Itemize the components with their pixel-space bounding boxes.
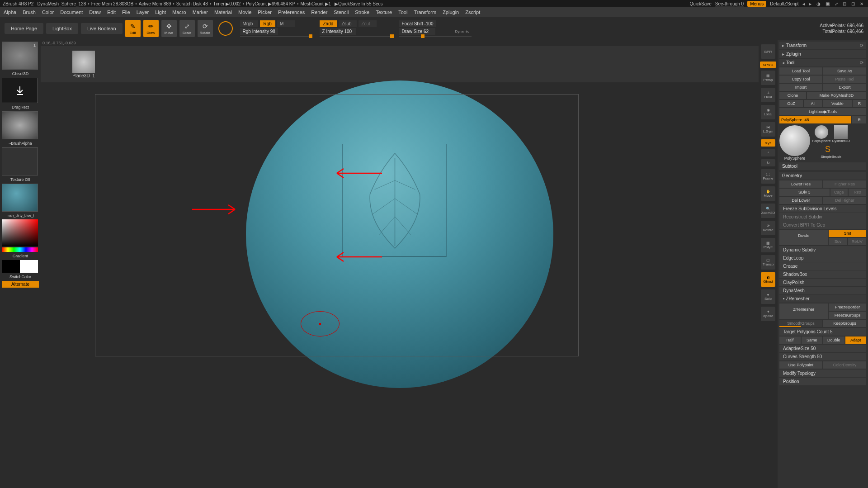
zcut-button[interactable]: Zcut: [359, 20, 377, 27]
load-tool[interactable]: Load Tool: [779, 67, 822, 75]
color-density[interactable]: ColorDensity: [823, 361, 866, 369]
lower-res[interactable]: Lower Res: [779, 180, 822, 188]
zremesher-button[interactable]: ZRemesher: [779, 303, 828, 319]
goz-all[interactable]: All: [804, 100, 822, 107]
menu-tool[interactable]: Tool: [398, 9, 407, 15]
goz-r[interactable]: R: [853, 100, 866, 107]
menu-color[interactable]: Color: [42, 9, 54, 15]
nav-icon2[interactable]: ↻: [761, 159, 775, 166]
rstr[interactable]: Rstr: [849, 189, 866, 196]
rotate-button[interactable]: ⟳Rotate: [761, 221, 775, 235]
spix-button[interactable]: SPix 3: [760, 62, 776, 68]
modify-topology[interactable]: Modify Topology: [779, 370, 866, 377]
menu-draw[interactable]: Draw: [89, 9, 101, 15]
position-section[interactable]: Position: [779, 378, 866, 385]
menus-button[interactable]: Menus: [747, 1, 766, 7]
mrgb-button[interactable]: Mrgb: [240, 20, 258, 27]
menu-marker[interactable]: Marker: [193, 9, 208, 15]
menu-edit[interactable]: Edit: [107, 9, 116, 15]
menu-preferences[interactable]: Preferences: [278, 9, 305, 15]
seethrough-slider[interactable]: See-through 0: [715, 1, 744, 6]
claypolish[interactable]: ClayPolish: [779, 279, 866, 286]
frame-button[interactable]: ⛶Frame: [761, 169, 775, 184]
alternate-button[interactable]: Alternate: [2, 281, 39, 288]
reconstruct-subdiv[interactable]: Reconstruct Subdiv: [779, 213, 866, 221]
move-mode[interactable]: ✥Move: [161, 20, 177, 37]
window-icons[interactable]: ◂ ▸ ◑ ▣ ⤢ ⊟ ⊡ ✕: [802, 1, 865, 6]
menu-brush[interactable]: Brush: [23, 9, 36, 15]
save-as[interactable]: Save As: [823, 67, 866, 75]
tool-simplebrush[interactable]: S: [825, 145, 837, 155]
stroke-thumb[interactable]: [2, 78, 38, 103]
edit-mode[interactable]: ✎Edit: [125, 20, 141, 37]
menu-stencil[interactable]: Stencil: [334, 9, 349, 15]
draw-mode[interactable]: ✏Draw: [143, 20, 159, 37]
menu-movie[interactable]: Movie: [238, 9, 251, 15]
zremesher-section[interactable]: • ZRemesher: [779, 295, 866, 303]
menu-zplugin[interactable]: Zplugin: [443, 9, 459, 15]
paste-tool[interactable]: Paste Tool: [823, 76, 866, 83]
menu-transform[interactable]: Transform: [414, 9, 436, 15]
menu-layer[interactable]: Layer: [137, 9, 149, 15]
menu-texture[interactable]: Texture: [376, 9, 392, 15]
subtool-header[interactable]: Subtool: [779, 162, 866, 170]
smoothgroups[interactable]: SmoothGroups: [779, 320, 822, 327]
curves-strength[interactable]: Curves Strength 50: [779, 353, 866, 360]
copy-tool[interactable]: Copy Tool: [779, 76, 822, 83]
freezeborder[interactable]: FreezeBorder: [829, 303, 866, 311]
lightbox-button[interactable]: LightBox: [46, 23, 78, 34]
reuv-button[interactable]: ReUV: [848, 238, 866, 245]
menu-macro[interactable]: Macro: [172, 9, 186, 15]
rotate-mode[interactable]: ⟳Rotate: [198, 20, 213, 37]
menu-stroke[interactable]: Stroke: [355, 9, 369, 15]
dynamic-subdiv[interactable]: Dynamic Subdiv: [779, 246, 866, 254]
color-picker[interactable]: [2, 219, 38, 246]
zadd-button[interactable]: Zadd: [320, 20, 337, 27]
default-zscript[interactable]: DefaultZScript: [770, 1, 798, 6]
edgeloop[interactable]: EdgeLoop: [779, 254, 866, 262]
double-button[interactable]: Double: [823, 336, 844, 344]
sdiv-slider[interactable]: SDiv 3: [779, 189, 830, 196]
higher-res[interactable]: Higher Res: [823, 180, 866, 188]
m-button[interactable]: M: [277, 20, 295, 27]
tool-mini-sphere[interactable]: [815, 125, 828, 139]
local-button[interactable]: ◉Local: [761, 105, 775, 119]
zplugin-header[interactable]: ▸Zplugin: [779, 50, 866, 58]
xyz-button[interactable]: Xyz: [761, 139, 775, 147]
divide-button[interactable]: Divide: [779, 230, 828, 245]
gyro-icon[interactable]: [218, 21, 233, 36]
target-polygons[interactable]: Target Polygons Count 5: [779, 328, 866, 336]
polysphere-r[interactable]: R: [852, 116, 866, 123]
swatch-black[interactable]: [2, 260, 20, 273]
rgb-button[interactable]: Rgb: [260, 20, 275, 27]
goz-visible[interactable]: Visible: [823, 100, 852, 107]
transform-header[interactable]: ▸Transform⟳: [779, 42, 866, 49]
clone[interactable]: Clone: [779, 92, 806, 99]
menu-picker[interactable]: Picker: [258, 9, 272, 15]
dynamesh[interactable]: DynaMesh: [779, 287, 866, 294]
polysphere-slider[interactable]: PolySphere. 48: [779, 116, 851, 123]
menu-zscript[interactable]: Zscript: [465, 9, 480, 15]
gradient-label[interactable]: Gradient: [2, 253, 39, 259]
polyf-button[interactable]: ▦PolyF: [761, 238, 775, 252]
freezegroups[interactable]: FreezeGroups: [829, 312, 866, 319]
shadowbox[interactable]: ShadowBox: [779, 270, 866, 278]
cage[interactable]: Cage: [830, 189, 848, 196]
zoom-button[interactable]: 🔍Zoom3D: [761, 204, 775, 218]
z-intensity-slider[interactable]: Z Intensity 100: [320, 28, 356, 35]
del-higher[interactable]: Del Higher: [823, 197, 866, 204]
persp-button[interactable]: ▦Persp: [761, 71, 775, 85]
draw-size-slider[interactable]: Draw Size 62: [399, 28, 435, 35]
menu-document[interactable]: Document: [60, 9, 83, 15]
menu-render[interactable]: Render: [311, 9, 327, 15]
solo-button[interactable]: ●Solo: [761, 289, 775, 304]
export[interactable]: Export: [823, 84, 866, 91]
switchcolor-button[interactable]: SwitchColor: [2, 274, 39, 280]
focal-shift-slider[interactable]: Focal Shift -100: [399, 20, 436, 27]
use-polypaint[interactable]: Use Polypaint: [779, 361, 822, 369]
adapt-button[interactable]: Adapt: [845, 336, 867, 344]
suv-button[interactable]: Suv: [829, 238, 847, 245]
smt-button[interactable]: Smt: [829, 230, 866, 237]
ghost-button[interactable]: ◐Ghost: [761, 272, 775, 287]
brush-thumb[interactable]: 1: [2, 42, 38, 70]
